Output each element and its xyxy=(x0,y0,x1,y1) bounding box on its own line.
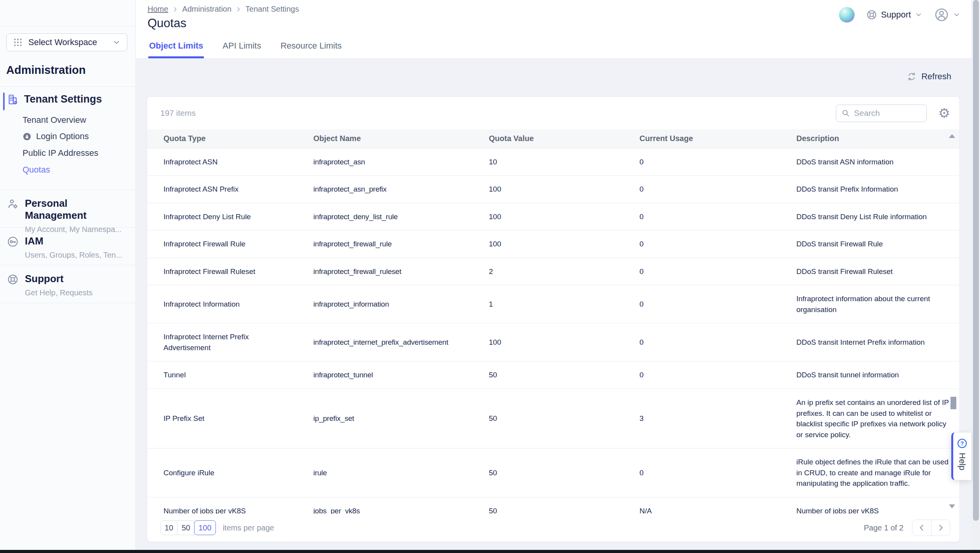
table-row: Infraprotect Informationinfraprotect_inf… xyxy=(147,285,959,323)
cell-current-usage: 0 xyxy=(623,285,780,323)
person-gear-icon xyxy=(7,198,19,210)
sidebar-item-support[interactable]: Support Get Help, Requests xyxy=(7,273,132,297)
search-input[interactable] xyxy=(854,108,912,118)
table-row: IP Prefix Setip_prefix_set503An ip prefi… xyxy=(147,389,959,448)
sidebar-section-title: Administration xyxy=(6,64,86,77)
breadcrumb-home[interactable]: Home xyxy=(148,5,168,14)
sidebar-item-label: Personal Management xyxy=(25,197,132,222)
sidebar-item-tenant-settings[interactable]: Tenant Settings xyxy=(7,93,132,105)
table-row: Configure iRuleirule500iRule object defi… xyxy=(147,448,959,497)
cell-current-usage: 0 xyxy=(623,176,780,203)
cell-quota-value: 100 xyxy=(473,203,623,230)
refresh-icon xyxy=(907,72,917,82)
chevron-down-icon xyxy=(953,11,961,19)
table-row: Infraprotect Firewall Ruleinfraprotect_f… xyxy=(147,230,959,258)
table-scroll-area: Quota Type Object Name Quota Value Curre… xyxy=(147,129,959,514)
divider xyxy=(0,227,136,228)
breadcrumb: Home Administration Tenant Settings xyxy=(148,5,299,14)
tab-bar: Object Limits API Limits Resource Limits xyxy=(148,36,342,58)
sidebar-item-public-ip-addresses[interactable]: Public IP Addresses xyxy=(23,148,132,158)
column-header-description[interactable]: Description xyxy=(780,129,959,148)
table-footer: 10 50 100 items per page Page 1 of 2 xyxy=(147,514,959,542)
window-scrollbar[interactable] xyxy=(971,0,980,550)
chevron-down-icon xyxy=(915,11,923,19)
cell-quota-value: 100 xyxy=(473,176,623,203)
gear-icon[interactable]: ⚙ xyxy=(938,106,950,120)
items-per-page-label: items per page xyxy=(223,523,274,532)
sidebar-item-label: Support xyxy=(25,273,93,285)
cell-current-usage: N/A xyxy=(623,497,780,514)
help-tab[interactable]: ? Help xyxy=(951,432,971,480)
search-icon xyxy=(841,108,850,118)
sidebar-item-login-options[interactable]: Login Options xyxy=(23,131,132,141)
bottom-edge-bar xyxy=(0,550,980,553)
cell-current-usage: 0 xyxy=(623,258,780,285)
table-scroll-up-arrow[interactable] xyxy=(949,134,955,138)
cell-current-usage: 0 xyxy=(623,361,780,389)
breadcrumb-administration[interactable]: Administration xyxy=(182,5,231,14)
refresh-button[interactable]: Refresh xyxy=(907,72,951,82)
column-header-current-usage[interactable]: Current Usage xyxy=(623,129,780,148)
table-body: Infraprotect ASNinfraprotect_asn100DDoS … xyxy=(147,148,959,514)
lock-icon xyxy=(23,132,31,141)
cell-quota-type: Infraprotect ASN xyxy=(147,148,297,176)
sidebar-item-personal-management[interactable]: Personal Management My Account, My Names… xyxy=(7,197,132,234)
tab-api-limits[interactable]: API Limits xyxy=(222,36,262,58)
cell-description: DDoS transit Internet Prefix information xyxy=(780,323,959,361)
table-row: Infraprotect ASNinfraprotect_asn100DDoS … xyxy=(147,148,959,176)
table-row: Number of jobs per vK8Sjobs_per_vk8s50N/… xyxy=(147,497,959,514)
user-menu[interactable] xyxy=(934,7,961,22)
cell-quota-value: 2 xyxy=(473,258,623,285)
divider xyxy=(0,86,136,87)
page-size-100[interactable]: 100 xyxy=(194,520,215,535)
cell-object-name: infraprotect_tunnel xyxy=(297,361,473,389)
key-icon xyxy=(7,236,19,248)
table-row: Infraprotect Internet Prefix Advertiseme… xyxy=(147,323,959,361)
sidebar-item-subtitle: My Account, My Namespa... xyxy=(25,225,132,234)
cell-description: An ip prefix set contains an unordered l… xyxy=(780,389,959,448)
sidebar-item-label: Tenant Settings xyxy=(24,93,102,105)
breadcrumb-tenant-settings[interactable]: Tenant Settings xyxy=(245,5,299,14)
table-header-row: Quota Type Object Name Quota Value Curre… xyxy=(147,129,959,148)
table-scrollbar-thumb[interactable] xyxy=(950,397,956,409)
sidebar-top-divider xyxy=(0,26,136,27)
building-gear-icon xyxy=(7,94,19,105)
sidebar-item-iam[interactable]: IAM Users, Groups, Roles, Ten... xyxy=(7,235,132,260)
table-row: Infraprotect ASN Prefixinfraprotect_asn_… xyxy=(147,176,959,203)
column-header-object-name[interactable]: Object Name xyxy=(297,129,473,148)
sidebar-item-tenant-overview[interactable]: Tenant Overview xyxy=(23,115,132,125)
cell-quota-type: Infraprotect Firewall Ruleset xyxy=(147,258,297,285)
workspace-selector-label: Select Workspace xyxy=(28,37,107,47)
support-menu[interactable]: Support xyxy=(866,9,923,20)
cell-description: iRule object defines the iRule that can … xyxy=(780,448,959,497)
life-buoy-icon xyxy=(866,9,877,20)
table-scroll-down-arrow[interactable] xyxy=(949,504,955,508)
refresh-label: Refresh xyxy=(921,72,951,82)
cell-current-usage: 0 xyxy=(623,448,780,497)
chevron-down-icon xyxy=(112,38,121,47)
main-content: Refresh 197 items ⚙ xyxy=(136,59,971,550)
workspace-selector[interactable]: Select Workspace xyxy=(6,33,127,51)
grid-icon xyxy=(13,37,23,47)
cell-quota-value: 50 xyxy=(473,389,623,448)
sub-item-label: Public IP Addresses xyxy=(23,148,98,158)
page-size-50[interactable]: 50 xyxy=(177,520,195,535)
page-size-10[interactable]: 10 xyxy=(160,520,177,535)
sidebar-item-quotas[interactable]: Quotas xyxy=(23,165,132,175)
column-header-quota-type[interactable]: Quota Type xyxy=(147,129,297,148)
cell-quota-value: 1 xyxy=(473,285,623,323)
cell-object-name: jobs_per_vk8s xyxy=(297,497,473,514)
window-scrollbar-thumb[interactable] xyxy=(973,0,979,521)
cell-quota-type: Infraprotect Information xyxy=(147,285,297,323)
prev-page-button[interactable] xyxy=(912,520,931,536)
help-tab-label: Help xyxy=(957,453,967,470)
tab-object-limits[interactable]: Object Limits xyxy=(148,36,204,58)
column-header-quota-value[interactable]: Quota Value xyxy=(473,129,623,148)
table-row: Infraprotect Firewall Rulesetinfraprotec… xyxy=(147,258,959,285)
life-buoy-icon xyxy=(7,274,19,285)
tab-resource-limits[interactable]: Resource Limits xyxy=(280,36,342,58)
cell-quota-value: 100 xyxy=(473,230,623,258)
next-page-button[interactable] xyxy=(931,520,950,536)
quotas-table: Quota Type Object Name Quota Value Curre… xyxy=(147,129,959,514)
cell-quota-type: Infraprotect Deny List Rule xyxy=(147,203,297,230)
